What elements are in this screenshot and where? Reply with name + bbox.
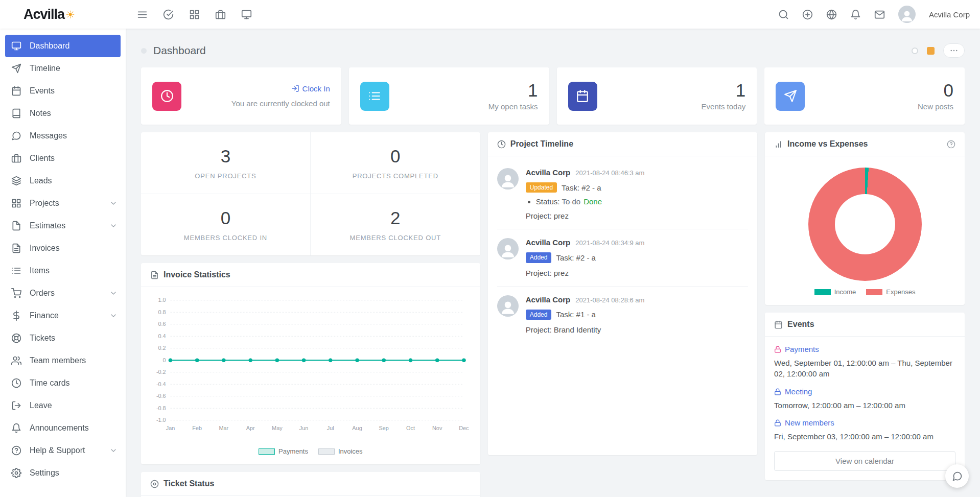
chat-button[interactable]	[945, 464, 969, 488]
sidebar-item-announcements[interactable]: Announcements	[0, 417, 126, 439]
timeline-task[interactable]: Task: #2 - a	[556, 253, 596, 262]
header-quick-actions	[137, 9, 252, 20]
right-column: Income vs Expenses IncomeExpenses Events	[765, 132, 965, 480]
workspace-name[interactable]: Acvilla Corp	[929, 10, 970, 19]
events-today-card: 1 Events today	[557, 67, 757, 125]
sidebar-item-tickets[interactable]: Tickets	[0, 327, 126, 349]
list-icon	[11, 266, 21, 276]
timeline-entry: Acvilla Corp 2021-08-24 08:28:6 am Added…	[497, 287, 748, 343]
sidebar-item-team-members[interactable]: Team members	[0, 349, 126, 372]
notifications-button[interactable]	[850, 9, 861, 20]
sidebar-item-dashboard[interactable]: Dashboard	[5, 35, 121, 57]
apps-grid-icon	[189, 9, 200, 20]
clock-icon	[11, 378, 21, 388]
timeline-timestamp: 2021-08-24 08:34:9 am	[575, 239, 644, 247]
widget-circle-button[interactable]	[912, 48, 918, 54]
dashboard-more-button[interactable]	[943, 43, 965, 58]
bell-icon	[11, 423, 21, 433]
event-link-payments[interactable]: Payments	[774, 345, 819, 353]
quick-add-button[interactable]	[802, 9, 813, 20]
timeline-project[interactable]: Project: prez	[526, 211, 748, 220]
calendar-icon	[576, 89, 589, 103]
timeline-project[interactable]: Project: prez	[526, 269, 748, 277]
sidebar-item-notes[interactable]: Notes	[0, 102, 126, 125]
messages-button[interactable]	[874, 9, 885, 20]
legend-item[interactable]: Expenses	[866, 288, 915, 296]
menu-toggle-button[interactable]	[137, 9, 148, 20]
stat-label: MEMBERS CLOCKED OUT	[316, 234, 475, 242]
legend-item[interactable]: Income	[814, 288, 856, 296]
svg-text:Dec: Dec	[459, 425, 469, 431]
gear-icon	[11, 468, 21, 478]
sidebar-item-clients[interactable]: Clients	[0, 147, 126, 170]
event-link-new-members[interactable]: New members	[774, 418, 834, 427]
timeline-author[interactable]: Acvilla Corp	[526, 238, 571, 247]
timeline-author[interactable]: Acvilla Corp	[526, 295, 571, 304]
user-icon	[899, 8, 915, 23]
language-button[interactable]	[826, 9, 837, 20]
chevron-down-icon	[109, 289, 118, 297]
stat-label: OPEN PROJECTS	[146, 172, 305, 180]
logo[interactable]: Acvilla ☀	[0, 7, 126, 22]
main-content: Dashboard Clock In You are currently clo…	[126, 29, 980, 497]
timeline-timestamp: 2021-08-24 08:28:6 am	[575, 296, 644, 304]
help-circle-icon[interactable]	[947, 140, 955, 149]
invoice-statistics-title: Invoice Statistics	[164, 270, 230, 279]
svg-text:Mar: Mar	[219, 425, 229, 431]
invoice-statistics-card: Invoice Statistics 1.00.80.60.40.20-0.2-…	[141, 263, 480, 464]
view-on-calendar-button[interactable]: View on calendar	[774, 451, 955, 471]
legend-item[interactable]: Payments	[259, 447, 308, 455]
sidebar-item-finance[interactable]: Finance	[0, 304, 126, 327]
svg-text:0.2: 0.2	[158, 345, 166, 351]
widget-square-button[interactable]	[927, 47, 935, 55]
life-buoy-icon	[11, 333, 21, 343]
sidebar-item-leave[interactable]: Leave	[0, 394, 126, 417]
status-new: Done	[584, 197, 602, 206]
legend-item[interactable]: Invoices	[318, 447, 363, 455]
sidebar-item-help-support[interactable]: Help & Support	[0, 439, 126, 462]
sidebar-item-leads[interactable]: Leads	[0, 170, 126, 192]
sidebar-item-items[interactable]: Items	[0, 259, 126, 282]
timeline-task[interactable]: Task: #2 - a	[562, 183, 601, 192]
calendar-icon	[11, 86, 21, 96]
clients-quick-button[interactable]	[215, 9, 226, 20]
status-old: To do	[562, 197, 580, 206]
event-link-meeting[interactable]: Meeting	[774, 387, 812, 396]
stat-open-projects: 3 OPEN PROJECTS	[141, 132, 311, 194]
sidebar-item-messages[interactable]: Messages	[0, 125, 126, 147]
dashboard-quick-button[interactable]	[241, 9, 252, 20]
sidebar-item-orders[interactable]: Orders	[0, 282, 126, 304]
event-title-text: Payments	[785, 345, 819, 353]
lock-icon	[774, 346, 781, 353]
svg-text:Feb: Feb	[192, 425, 202, 431]
events-today-label[interactable]: Events today	[702, 102, 746, 111]
event-title-text: Meeting	[785, 387, 812, 396]
sidebar-item-settings[interactable]: Settings	[0, 462, 126, 484]
new-posts-label[interactable]: New posts	[918, 102, 953, 111]
sidebar-item-events[interactable]: Events	[0, 80, 126, 102]
sidebar-item-estimates[interactable]: Estimates	[0, 215, 126, 237]
user-avatar[interactable]	[898, 6, 916, 23]
svg-text:0.4: 0.4	[158, 333, 166, 339]
timeline-task[interactable]: Task: #1 - a	[556, 310, 596, 319]
timeline-author[interactable]: Acvilla Corp	[526, 168, 571, 177]
sidebar-item-invoices[interactable]: Invoices	[0, 237, 126, 259]
shopping-cart-icon	[11, 288, 21, 298]
check-circle-icon	[163, 9, 174, 20]
legend-swatch	[814, 289, 831, 295]
todo-quick-button[interactable]	[163, 9, 174, 20]
sidebar-item-projects[interactable]: Projects	[0, 192, 126, 215]
svg-text:Jan: Jan	[166, 425, 175, 431]
sidebar-item-time-cards[interactable]: Time cards	[0, 372, 126, 394]
income-expenses-donut	[808, 168, 922, 281]
sidebar-item-label: Announcements	[30, 423, 89, 433]
clock-in-link[interactable]: Clock In	[291, 84, 330, 93]
ticket-status-card: Ticket Status	[141, 472, 480, 497]
open-tasks-label[interactable]: My open tasks	[488, 102, 538, 111]
timeline-project[interactable]: Project: Brand Identity	[526, 325, 748, 334]
sidebar-item-timeline[interactable]: Timeline	[0, 57, 126, 80]
search-button[interactable]	[778, 9, 789, 20]
svg-text:Sep: Sep	[379, 425, 389, 431]
apps-quick-button[interactable]	[189, 9, 200, 20]
clock-in-card: Clock In You are currently clocked out	[141, 67, 341, 125]
